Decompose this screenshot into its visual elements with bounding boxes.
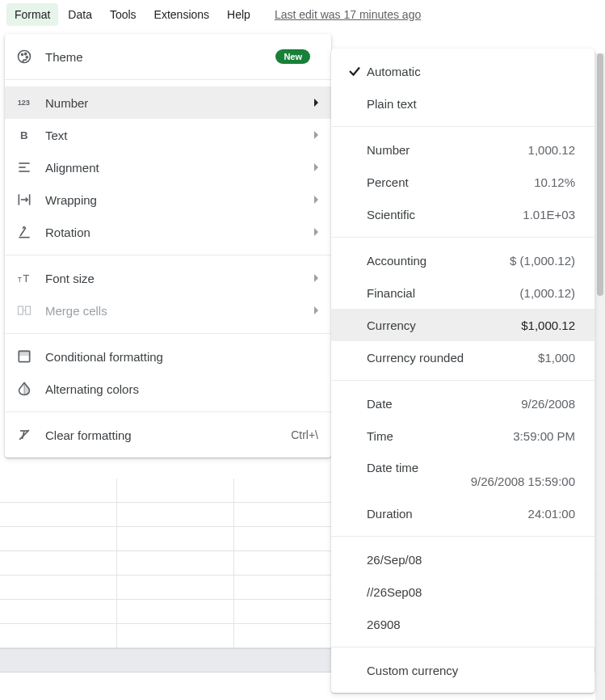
chevron-right-icon: [314, 131, 318, 139]
submenu-item-percent[interactable]: Percent 10.12%: [331, 166, 594, 198]
submenu-item-custom-3[interactable]: 26908: [331, 608, 594, 640]
menu-item-conditional-formatting[interactable]: Conditional formatting: [5, 340, 331, 373]
svg-point-3: [26, 57, 27, 58]
menu-tools[interactable]: Tools: [102, 3, 145, 26]
menu-item-theme[interactable]: Theme New: [5, 40, 331, 73]
vertical-scrollbar[interactable]: [595, 53, 605, 700]
submenu-example: 9/26/2008 15:59:00: [347, 474, 575, 488]
submenu-label: //26Sep08: [367, 585, 575, 599]
new-badge: New: [275, 49, 310, 64]
chevron-right-icon: [314, 99, 318, 107]
chevron-right-icon: [314, 196, 318, 204]
menu-label: Alignment: [45, 161, 314, 175]
menu-data[interactable]: Data: [60, 3, 100, 26]
separator: [5, 79, 331, 80]
submenu-item-plain-text[interactable]: Plain text: [331, 87, 594, 120]
submenu-item-number[interactable]: Number 1,000.12: [331, 133, 594, 166]
submenu-label: Duration: [367, 507, 528, 521]
menu-item-alignment[interactable]: Alignment: [5, 151, 331, 183]
menu-label: Merge cells: [45, 304, 314, 318]
shortcut-text: Ctrl+\: [291, 428, 318, 441]
separator: [331, 536, 594, 537]
menu-extensions[interactable]: Extensions: [146, 3, 217, 26]
menu-help[interactable]: Help: [219, 3, 258, 26]
submenu-example: $1,000: [538, 351, 575, 365]
clear-format-icon: [16, 427, 32, 443]
number-123-icon: 123: [16, 95, 32, 111]
svg-rect-17: [19, 351, 29, 355]
last-edit-link[interactable]: Last edit was 17 minutes ago: [275, 8, 421, 21]
submenu-item-date-time[interactable]: Date time 9/26/2008 15:59:00: [331, 452, 594, 497]
merge-icon: [16, 302, 32, 318]
menu-label: Conditional formatting: [45, 350, 318, 364]
font-size-icon: TT: [16, 270, 32, 286]
submenu-item-automatic[interactable]: Automatic: [331, 55, 594, 87]
svg-point-2: [25, 53, 27, 55]
rotation-icon: [16, 224, 32, 240]
separator: [331, 237, 594, 238]
separator: [5, 333, 331, 334]
submenu-item-currency-rounded[interactable]: Currency rounded $1,000: [331, 341, 594, 373]
svg-point-1: [22, 54, 23, 56]
menu-label: Alternating colors: [45, 382, 318, 396]
submenu-item-scientific[interactable]: Scientific 1.01E+03: [331, 198, 594, 230]
bold-icon: B: [16, 127, 32, 143]
submenu-item-duration[interactable]: Duration 24:01:00: [331, 497, 594, 529]
scrollbar-thumb[interactable]: [597, 53, 603, 296]
menu-label: Clear formatting: [45, 428, 291, 442]
submenu-label: Currency rounded: [367, 351, 538, 365]
chevron-right-icon: [314, 306, 318, 314]
submenu-label: Currency: [367, 318, 521, 332]
submenu-example: 3:59:00 PM: [513, 429, 575, 443]
submenu-item-time[interactable]: Time 3:59:00 PM: [331, 420, 594, 452]
submenu-item-custom-1[interactable]: 26/Sep/08: [331, 543, 594, 576]
chevron-right-icon: [314, 274, 318, 282]
submenu-label: 26908: [367, 618, 575, 631]
submenu-example: $ (1,000.12): [510, 254, 575, 268]
submenu-example: $1,000.12: [521, 318, 575, 332]
svg-point-0: [19, 51, 31, 63]
submenu-label: Scientific: [367, 208, 523, 221]
menu-item-text[interactable]: B Text: [5, 119, 331, 151]
submenu-item-currency[interactable]: Currency $1,000.12: [331, 309, 594, 341]
number-submenu: Automatic Plain text Number 1,000.12 Per…: [331, 48, 594, 693]
menu-item-number[interactable]: 123 Number: [5, 86, 331, 119]
submenu-example: 1.01E+03: [523, 208, 575, 221]
submenu-label: 26/Sep/08: [367, 553, 575, 567]
submenu-label: Date: [367, 397, 521, 411]
submenu-label: Automatic: [367, 65, 575, 78]
submenu-item-accounting[interactable]: Accounting $ (1,000.12): [331, 244, 594, 276]
svg-rect-15: [26, 306, 31, 314]
submenu-item-custom-2[interactable]: //26Sep08: [331, 576, 594, 608]
submenu-label: Date time: [367, 461, 575, 474]
menu-item-clear-formatting[interactable]: Clear formatting Ctrl+\: [5, 419, 331, 451]
submenu-label: Plain text: [367, 97, 575, 111]
submenu-label: Custom currency: [367, 664, 575, 677]
submenu-label: Accounting: [367, 254, 510, 268]
submenu-label: Number: [367, 143, 528, 157]
chevron-right-icon: [314, 228, 318, 236]
separator: [331, 126, 594, 127]
submenu-item-date[interactable]: Date 9/26/2008: [331, 387, 594, 420]
separator: [5, 411, 331, 412]
separator: [5, 255, 331, 255]
menu-item-font-size[interactable]: TT Font size: [5, 262, 331, 294]
submenu-example: (1,000.12): [520, 286, 575, 300]
submenu-item-custom-currency[interactable]: Custom currency: [331, 654, 594, 686]
menu-label: Font size: [45, 272, 314, 285]
chevron-right-icon: [314, 163, 318, 171]
menu-format[interactable]: Format: [6, 3, 58, 26]
submenu-label: Time: [367, 429, 513, 443]
menu-label: Theme: [45, 50, 275, 64]
separator: [331, 647, 594, 647]
submenu-item-financial[interactable]: Financial (1,000.12): [331, 276, 594, 309]
svg-rect-14: [19, 306, 23, 314]
svg-text:123: 123: [18, 99, 30, 107]
submenu-label: Financial: [367, 286, 520, 300]
alternating-colors-icon: [16, 381, 32, 397]
menu-item-rotation[interactable]: Rotation: [5, 216, 331, 248]
menu-item-alternating-colors[interactable]: Alternating colors: [5, 373, 331, 405]
menu-item-merge-cells: Merge cells: [5, 294, 331, 327]
menu-item-wrapping[interactable]: Wrapping: [5, 183, 331, 216]
format-dropdown: Theme New 123 Number B Text Alignment Wr…: [5, 34, 331, 458]
